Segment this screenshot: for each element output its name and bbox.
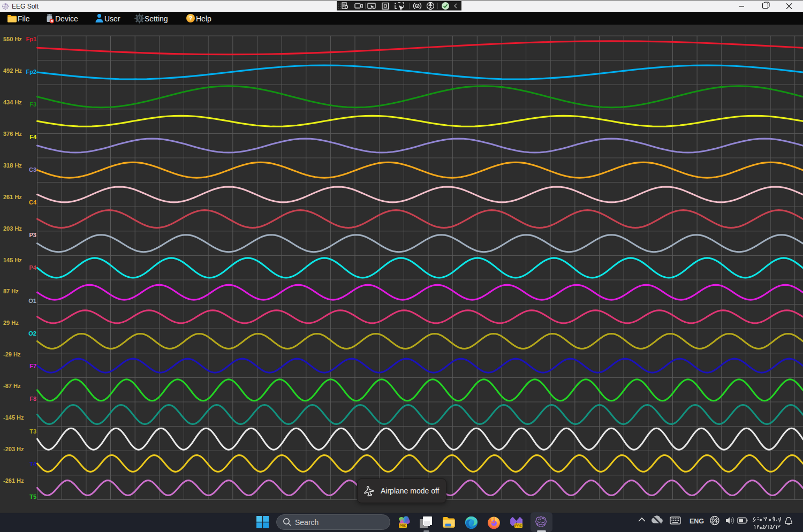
svg-text:ENG: ENG	[690, 518, 704, 525]
svg-text:?: ?	[188, 15, 192, 21]
svg-text:PRE: PRE	[515, 523, 522, 527]
svg-text:PRE: PRE	[399, 523, 406, 527]
